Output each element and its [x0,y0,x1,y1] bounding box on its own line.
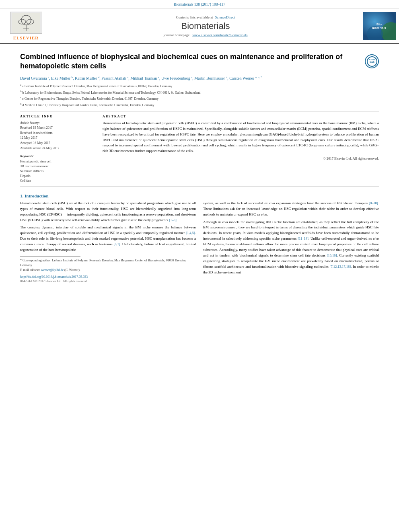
article-history-section: Article history: Received 19 March 2017 … [20,121,95,151]
keyword-2: 3D microenvironment [20,164,95,169]
body-text-left: Hematopoietic stem cells (HSC) are at th… [20,201,196,253]
crossmark-badge: Cross Mark [365,54,379,68]
top-citation-bar: Biomaterials 138 (2017) 108–117 [0,0,399,8]
footnote-email-line: E-mail address: werner@ipfdd.de (C. Wern… [20,268,196,273]
article-info-title: ARTICLE INFO [20,115,95,118]
abstract-title: ABSTRACT [103,115,379,118]
body-two-col: Hematopoietic stem cells (HSC) are at th… [20,201,379,283]
biomaterials-badge: Biomaterials [363,12,396,40]
intro-left-p1: Hematopoietic stem cells (HSC) are at th… [20,201,196,223]
footnote-email-label: E-mail address: [20,268,40,272]
article-content: Combined influence of biophysical and bi… [0,44,399,288]
copyright-line: © 2017 Elsevier Ltd. All rights reserved… [103,156,379,160]
journal-header: ELSEVIER Contents lists available at Sci… [0,8,399,44]
issn-text: 0142-9612/© 2017 Elsevier Ltd. All right… [20,279,196,283]
body-left-col: Hematopoietic stem cells (HSC) are at th… [20,201,196,283]
footnote-star-text: * Corresponding author. Leibniz Institut… [20,258,196,268]
article-title: Combined influence of biophysical and bi… [20,52,359,71]
article-info-abstract-section: ARTICLE INFO Article history: Received 1… [20,115,379,183]
journal-name-header: Biomaterials [181,21,230,31]
doi-link[interactable]: http://dx.doi.org/10.1016/j.biomaterials… [20,275,196,279]
keyword-1: Hematopoietic stem cell [20,159,95,164]
page-wrapper: Biomaterials 138 (2017) 108–117 ELSEVIER [0,0,399,532]
date-revised-label: Received in revised form [20,131,95,136]
abstract-text: Homeostasis of hematopoietic stem and pr… [103,121,379,154]
intro-right-p2: Although in vivo models for investigatin… [203,220,379,275]
sciencedirect-line: Contents lists available at ScienceDirec… [176,15,235,19]
section-divider-1 [20,111,379,111]
footnote-email-suffix: (C. Werner). [64,268,80,272]
section-divider-2 [20,187,379,187]
affiliations: a a Leibniz Institute of Polymer Researc… [20,83,379,108]
biomaterials-badge-text: Biomaterials [372,23,386,30]
affil-d: d d Medical Clinic I, University Hospita… [20,102,379,108]
elsevier-logo-section: ELSEVIER [0,8,52,43]
elsevier-logo: ELSEVIER [10,12,42,40]
section-1-title: 1. Introduction [20,193,379,198]
abstract-col: ABSTRACT Homeostasis of hematopoietic st… [103,115,379,183]
keyword-3: Substrate stiffness [20,169,95,174]
footnote-email-link[interactable]: werner@ipfdd.de [41,268,64,272]
journal-header-right: Biomaterials [359,8,399,43]
sciencedirect-link[interactable]: ScienceDirect [215,15,235,19]
date-revised: 12 May 2017 [20,136,95,141]
keyword-5: Cell fate [20,179,95,183]
intro-right-p1: system, as well as the lack of successfu… [203,201,379,218]
journal-homepage: journal homepage: www.elsevier.com/locat… [163,33,247,37]
footnote-corresponding: * Corresponding author. Leibniz Institut… [20,258,196,273]
date-received: Received 19 March 2017 [20,125,95,131]
keywords-section: Keywords: Hematopoietic stem cell 3D mic… [20,154,95,183]
article-info-col: ARTICLE INFO Article history: Received 1… [20,115,95,183]
keyword-4: Heparin [20,174,95,179]
keywords-list: Hematopoietic stem cell 3D microenvironm… [20,159,95,183]
article-dates: Received 19 March 2017 Received in revis… [20,125,95,151]
journal-header-center: Contents lists available at ScienceDirec… [52,8,359,43]
elsevier-wordmark: ELSEVIER [13,35,39,40]
date-online: Available online 24 May 2017 [20,146,95,151]
affil-b: b b Laboratory for Biointerfaces, Empa, … [20,89,379,95]
footnote-divider [20,256,80,257]
body-right-col: system, as well as the lack of successfu… [203,201,379,283]
intro-left-p2: The complex dynamic interplay of soluble… [20,225,196,253]
date-accepted: Accepted 16 May 2017 [20,141,95,146]
keywords-label: Keywords: [20,154,95,158]
body-text-right: system, as well as the lack of successfu… [203,201,379,275]
affil-a: a a Leibniz Institute of Polymer Researc… [20,83,379,89]
introduction-section: 1. Introduction Hematopoietic stem cells… [20,193,379,283]
journal-homepage-link[interactable]: www.elsevier.com/locate/biomaterials [192,33,247,37]
article-title-section: Combined influence of biophysical and bi… [20,52,379,71]
authors-line: David Gvaramia a, Eike Müller b, Katrin … [20,75,379,81]
svg-text:Mark: Mark [370,61,374,63]
article-history-label: Article history: [20,121,95,125]
citation-text: Biomaterials 138 (2017) 108–117 [174,2,225,6]
affil-c: c c Center for Regenerative Therapies Dr… [20,95,379,101]
elsevier-logo-image [10,12,42,34]
